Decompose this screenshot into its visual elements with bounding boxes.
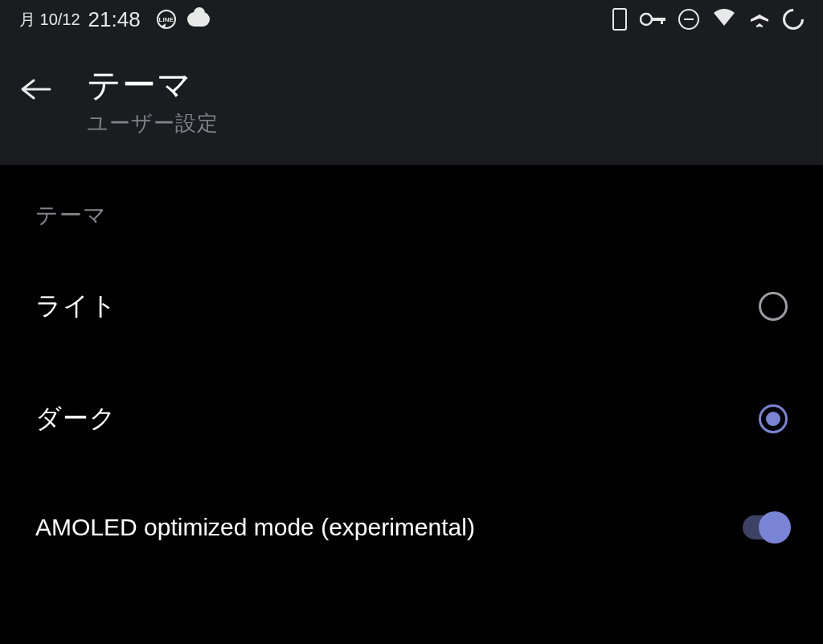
- page-subtitle: ユーザー設定: [87, 109, 219, 137]
- page-header: テーマ ユーザー設定: [0, 39, 823, 165]
- airplane-mode-icon: [749, 7, 770, 32]
- option-label-light: ライト: [35, 289, 117, 324]
- toggle-switch-amoled[interactable]: [743, 515, 788, 539]
- radio-button-dark[interactable]: [759, 404, 788, 433]
- phone-icon: [612, 8, 627, 31]
- wifi-icon: [712, 8, 736, 31]
- option-label-dark: ダーク: [35, 401, 117, 437]
- status-right: [612, 7, 804, 32]
- cloud-icon: [187, 12, 210, 27]
- status-date: 月 10/12: [19, 9, 80, 31]
- radio-button-light[interactable]: [759, 292, 788, 321]
- line-app-icon: LINE: [157, 10, 176, 29]
- do-not-disturb-icon: [678, 9, 699, 30]
- loading-spinner-icon: [779, 5, 809, 35]
- svg-point-0: [641, 14, 652, 25]
- header-titles: テーマ ユーザー設定: [87, 63, 219, 137]
- status-time: 21:48: [88, 7, 141, 32]
- vpn-key-icon: [640, 12, 665, 27]
- status-left: 月 10/12 21:48 LINE: [19, 7, 210, 32]
- theme-option-light[interactable]: ライト: [0, 250, 823, 363]
- content-area: テーマ ライト ダーク AMOLED optimized mode (exper…: [0, 165, 823, 580]
- section-header-theme: テーマ: [0, 165, 823, 250]
- svg-rect-1: [651, 18, 665, 21]
- theme-option-dark[interactable]: ダーク: [0, 363, 823, 475]
- svg-rect-2: [661, 18, 663, 24]
- status-bar: 月 10/12 21:48 LINE: [0, 0, 823, 39]
- back-button[interactable]: [19, 77, 51, 105]
- amoled-option[interactable]: AMOLED optimized mode (experimental): [0, 475, 823, 580]
- option-label-amoled: AMOLED optimized mode (experimental): [35, 514, 475, 541]
- page-title: テーマ: [87, 63, 219, 108]
